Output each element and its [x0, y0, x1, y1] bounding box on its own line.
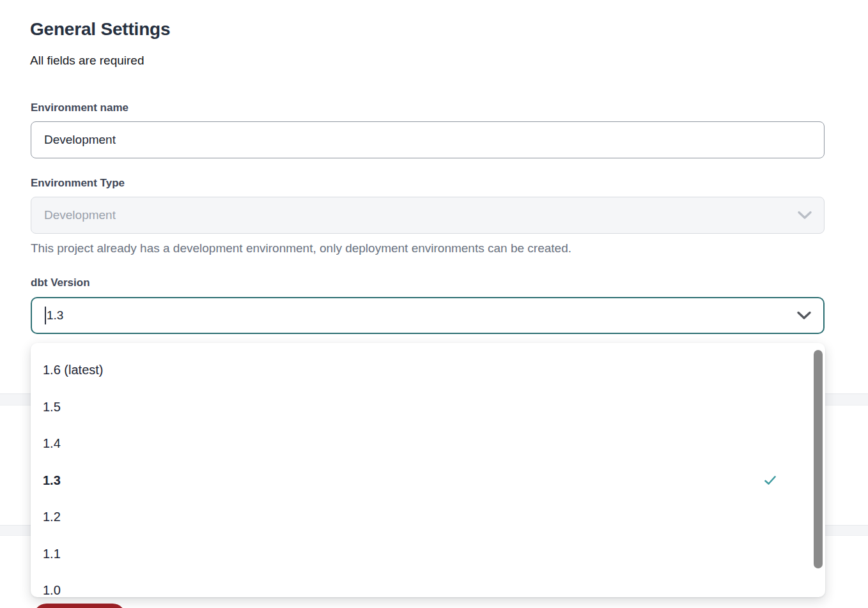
- dropdown-option[interactable]: 1.2: [31, 499, 825, 536]
- dbt-version-value: 1.3: [47, 308, 63, 323]
- dropdown-option[interactable]: 1.5: [31, 389, 825, 426]
- dropdown-scrollbar-thumb[interactable]: [814, 350, 823, 568]
- chevron-down-icon: [797, 208, 812, 223]
- environment-type-select: Development: [31, 197, 825, 234]
- dbt-version-dropdown: 1.6 (latest)1.51.41.31.21.11.0: [31, 343, 825, 597]
- dropdown-option[interactable]: 1.6 (latest): [31, 352, 825, 389]
- text-cursor: [45, 307, 46, 324]
- chevron-down-icon[interactable]: [796, 308, 812, 323]
- page-title: General Settings: [30, 19, 170, 40]
- environment-type-label: Environment Type: [31, 177, 125, 190]
- dropdown-option-label: 1.1: [43, 547, 61, 561]
- dropdown-option-label: 1.6 (latest): [43, 363, 103, 377]
- page-subtitle: All fields are required: [30, 54, 144, 68]
- environment-type-value: Development: [44, 208, 116, 222]
- dropdown-option-label: 1.0: [43, 583, 61, 597]
- environment-name-input[interactable]: [31, 121, 825, 158]
- dropdown-option[interactable]: 1.0: [31, 572, 825, 597]
- dropdown-option-label: 1.2: [43, 510, 61, 524]
- dropdown-option-label: 1.5: [43, 400, 61, 414]
- dropdown-option[interactable]: 1.4: [31, 425, 825, 462]
- dropdown-option-label: 1.3: [43, 473, 61, 488]
- dbt-version-label: dbt Version: [31, 277, 90, 289]
- environment-name-label: Environment name: [31, 102, 128, 114]
- dropdown-option[interactable]: 1.3: [31, 462, 825, 499]
- check-icon: [764, 474, 777, 487]
- settings-screen: General Settings All fields are required…: [0, 0, 868, 608]
- dbt-version-listbox: 1.6 (latest)1.51.41.31.21.11.0: [31, 343, 825, 597]
- dropdown-option-label: 1.4: [43, 436, 61, 451]
- dropdown-option[interactable]: 1.1: [31, 536, 825, 573]
- dbt-version-combobox[interactable]: 1.3: [31, 297, 825, 334]
- environment-type-helper: This project already has a development e…: [31, 241, 571, 255]
- delete-button[interactable]: [33, 604, 126, 608]
